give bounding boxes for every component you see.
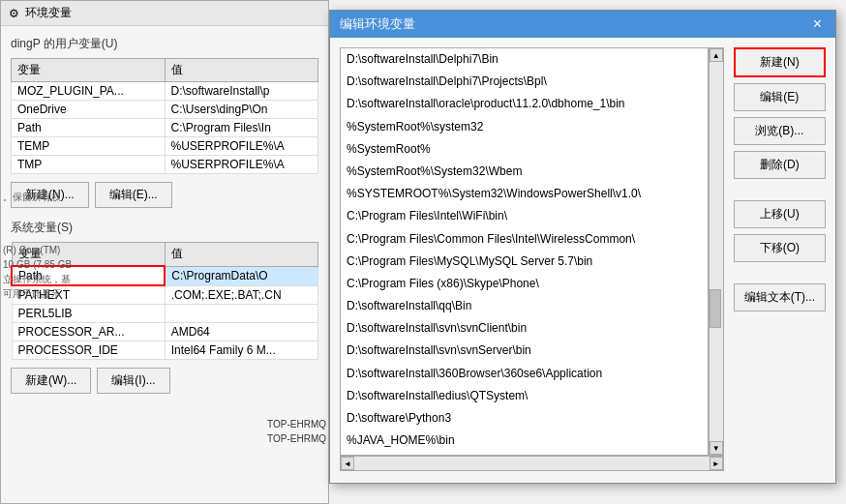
table-row[interactable]: MOZ_PLUGIN_PA... D:\softwareInstall\p	[12, 82, 318, 101]
table-row[interactable]: TMP %USERPROFILE%\A	[12, 156, 318, 174]
list-item[interactable]: D:\softwareInstall\360Browser\360se6\App…	[341, 363, 708, 385]
list-item[interactable]: D:\softwareInstall\svn\svnClient\bin	[341, 317, 708, 340]
table-row[interactable]: PROCESSOR_IDE Intel64 Family 6 M...	[12, 341, 318, 360]
scroll-up-btn[interactable]: ▲	[710, 48, 723, 62]
edit-env-dialog: 编辑环境变量 × D:\softwareInstall\Delphi7\Bin …	[329, 10, 836, 484]
right-button-panel: 新建(N) 编辑(E) 浏览(B)... 删除(D) 上移(U) 下移(O) 编…	[734, 47, 826, 471]
table-row[interactable]: Path C:\Program Files\In	[12, 119, 318, 137]
scrollbar-thumb[interactable]	[710, 289, 721, 328]
bg-window-icon: ⚙	[9, 7, 19, 20]
move-down-button[interactable]: 下移(O)	[734, 234, 826, 262]
list-item[interactable]: D:\softwareInstall\Delphi7\Projects\Bpl\	[341, 71, 708, 93]
sys-col-val: 值	[165, 243, 317, 267]
edit-button[interactable]: 编辑(E)	[734, 83, 826, 111]
list-item[interactable]: %SystemRoot%\System32\Wbem	[341, 161, 708, 183]
move-up-button[interactable]: 上移(U)	[734, 200, 826, 228]
dialog-close-button[interactable]: ×	[809, 16, 826, 32]
dialog-title: 编辑环境变量	[340, 15, 415, 33]
list-item[interactable]: C:\Program Files (x86)\Skype\Phone\	[341, 273, 708, 295]
user-col-val: 值	[165, 59, 318, 82]
list-item[interactable]: %SystemRoot%\system32	[341, 116, 708, 138]
side-note2: (R) Core(TM)10 GB (7.85 GB立操作系统，基可用于此显示	[3, 243, 76, 301]
system-section-title: 系统变量(S)	[11, 220, 318, 236]
scroll-down-btn[interactable]: ▼	[710, 441, 723, 455]
path-list-container: D:\softwareInstall\Delphi7\Bin D:\softwa…	[340, 47, 724, 471]
h-scrollbar-track	[354, 458, 710, 469]
vertical-scrollbar[interactable]: ▲ ▼	[709, 47, 724, 456]
env-variables-window: ⚙ 环境变量 dingP 的用户变量(U) 变量 值 MOZ_PLUGIN_PA…	[0, 0, 329, 504]
right-note: TOP-EHRMQTOP-EHRMQ	[267, 417, 326, 446]
new-button[interactable]: 新建(N)	[734, 47, 826, 77]
list-item[interactable]: %SYSTEMROOT%\System32\WindowsPowerShell\…	[341, 183, 708, 205]
list-scroll-area: D:\softwareInstall\Delphi7\Bin D:\softwa…	[340, 47, 724, 456]
list-item[interactable]: D:\softwareInstall\Delphi7\Bin	[341, 48, 708, 71]
list-item[interactable]: %JAVA_HOME%\bin	[341, 430, 708, 452]
list-item[interactable]: D:\softwareInstall\oracle\product\11.2.0…	[341, 93, 708, 115]
user-section-title: dingP 的用户变量(U)	[11, 36, 318, 52]
list-item[interactable]: D:\softwareInstall\qq\Bin	[341, 295, 708, 317]
scroll-right-btn[interactable]: ►	[710, 457, 723, 470]
side-note: 。保留所有权	[3, 190, 76, 204]
list-item[interactable]: %SystemRoot%	[341, 138, 708, 161]
path-listbox[interactable]: D:\softwareInstall\Delphi7\Bin D:\softwa…	[340, 47, 709, 456]
list-item[interactable]: D:\softwareInstall\svn\svnServer\bin	[341, 340, 708, 362]
list-item[interactable]: D:\softwareInstall\edius\QTSystem\	[341, 385, 708, 407]
browse-button[interactable]: 浏览(B)...	[734, 117, 826, 145]
user-col-var: 变量	[12, 59, 166, 82]
list-item[interactable]: C:\Program Files\Intel\WiFi\bin\	[341, 205, 708, 227]
bg-window-title: 环境变量	[25, 5, 72, 21]
table-row[interactable]: TEMP %USERPROFILE%\A	[12, 137, 318, 156]
delete-button[interactable]: 删除(D)	[734, 151, 826, 179]
scroll-left-btn[interactable]: ◄	[341, 457, 354, 470]
horizontal-scrollbar[interactable]: ◄ ►	[340, 456, 724, 471]
scrollbar-track	[710, 62, 723, 441]
system-edit-button[interactable]: 编辑(I)...	[97, 368, 169, 394]
table-row[interactable]: PROCESSOR_AR... AMD64	[12, 323, 318, 341]
system-new-button[interactable]: 新建(W)...	[11, 368, 91, 394]
edit-text-button[interactable]: 编辑文本(T)...	[734, 283, 826, 311]
bg-window-titlebar: ⚙ 环境变量	[1, 1, 328, 26]
user-edit-button[interactable]: 编辑(E)...	[95, 182, 172, 208]
list-item[interactable]: C:\Program Files\MySQL\MySQL Server 5.7\…	[341, 251, 708, 273]
list-item[interactable]: C:\Program Files\Common Files\Intel\Wire…	[341, 228, 708, 251]
button-spacer2	[734, 268, 826, 278]
dialog-body: D:\softwareInstall\Delphi7\Bin D:\softwa…	[330, 38, 835, 481]
bg-window-content: dingP 的用户变量(U) 变量 值 MOZ_PLUGIN_PA... D:\…	[1, 26, 328, 403]
dialog-titlebar: 编辑环境变量 ×	[330, 11, 835, 38]
list-item[interactable]: D:\software\Python3	[341, 407, 708, 430]
button-spacer	[734, 185, 826, 194]
table-row[interactable]: PERL5LIB	[12, 305, 318, 323]
table-row[interactable]: OneDrive C:\Users\dingP\On	[12, 101, 318, 119]
user-variables-table: 变量 值 MOZ_PLUGIN_PA... D:\softwareInstall…	[11, 58, 318, 174]
system-button-row: 新建(W)... 编辑(I)...	[11, 368, 318, 394]
